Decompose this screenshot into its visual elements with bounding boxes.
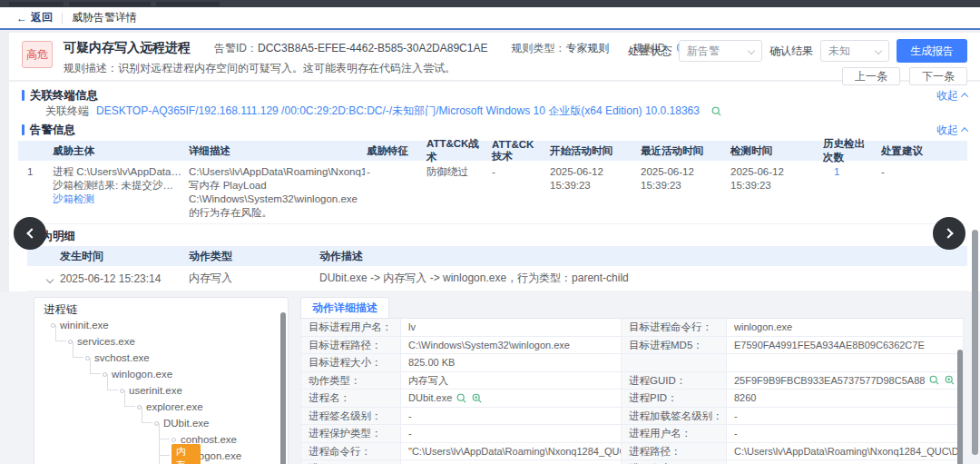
alert-table: 威胁主体详细描述威胁特征ATT&CK战术ATT&CK技术开始活动时间最近活动时间…: [18, 141, 967, 224]
process-node[interactable]: winlogon.exe: [103, 366, 279, 382]
detail-value: lv: [401, 319, 622, 337]
behavior-type-cell: 内存写入: [189, 271, 319, 286]
search-icon[interactable]: [928, 374, 940, 386]
alert-column-header: 威胁主体: [51, 144, 187, 158]
process-node-label: explorer.exe: [146, 401, 203, 412]
prev-alert-button[interactable]: 上一条: [842, 67, 900, 85]
technique-cell: -: [490, 165, 548, 220]
process-node-label: svchost.exe: [94, 352, 150, 363]
process-chain-title: 进程链: [44, 302, 279, 317]
alert-column-header: ATT&CK战术: [425, 137, 490, 164]
detail-value: "C:\Users\lv\AppData\Roaming\Nxonq1284_Q…: [401, 443, 622, 461]
detail-tabs: 动作详细描述: [300, 297, 964, 319]
rule-type: 规则类型：专家规则: [511, 41, 609, 56]
terminal-section-header: 关联终端信息 收起: [9, 87, 980, 104]
last-time-cell: 2025-06-12 15:39:23: [639, 165, 729, 220]
detail-value-text: 8260: [734, 391, 756, 404]
process-chain-panel: 进程链 wininit.exeservices.exesvchost.exewi…: [34, 297, 289, 464]
detail-label: 目标进程命令行：: [622, 319, 727, 337]
chevron-up-icon: [961, 93, 968, 100]
terminal-collapse-link[interactable]: 收起: [936, 88, 967, 104]
detail-label: 动作类型：: [301, 372, 401, 390]
process-panel-scrollbar-thumb[interactable]: [280, 312, 286, 464]
action-detail-panel: 动作详细描述 目标进程用户名：lv目标进程命令行：winlogon.exe目标进…: [300, 297, 964, 464]
next-alert-button[interactable]: 下一条: [909, 67, 967, 85]
sandbox-detect-link[interactable]: 沙箱检测: [53, 193, 94, 204]
process-node[interactable]: svchost.exe: [85, 350, 279, 366]
detail-label: 进程加载签名级别：: [622, 408, 727, 426]
detail-value: 41FA775D9A26D1C8DBDB0DE1C4DC439C: [401, 460, 622, 464]
terminal-label: 关联终端: [45, 104, 89, 119]
process-node[interactable]: explorer.exe: [137, 399, 279, 415]
detail-value-text: "C:\Users\lv\AppData\Roaming\Nxonq1284_Q…: [408, 445, 622, 458]
detail-value: C:\Windows\System32\winlogon.exe: [401, 337, 622, 355]
alert-column-header: 最近活动时间: [639, 144, 729, 158]
dispose-status-select[interactable]: 新告警: [679, 40, 762, 62]
detail-value-text: -: [734, 410, 738, 422]
chevron-down-icon: [875, 47, 882, 54]
back-button[interactable]: ← 返回: [16, 10, 53, 25]
detail-label: 进程签名级别：: [301, 408, 401, 426]
detail-label: 目标进程路径：: [301, 337, 401, 355]
carousel-next-button[interactable]: [933, 217, 965, 250]
row-index: 1: [18, 165, 51, 220]
detail-value-text: lv: [408, 321, 416, 333]
detail-value-text: -: [734, 427, 738, 439]
alert-column-header: 处置建议: [879, 144, 967, 158]
expand-row-icon[interactable]: [46, 275, 54, 282]
detail-value: -: [727, 408, 964, 426]
behavior-table-row[interactable]: 2025-06-12 15:23:14 内存写入 DUbit.exe -> 内存…: [27, 266, 967, 291]
detail-value-text: 825.00 KB: [408, 356, 455, 369]
history-count-link[interactable]: 1: [834, 166, 839, 177]
process-node-label: userinit.exe: [129, 385, 182, 396]
process-node[interactable]: DUbit.exe: [154, 415, 279, 431]
search-icon[interactable]: [710, 105, 722, 117]
generate-report-button[interactable]: 生成报告: [897, 39, 967, 63]
detail-value: -: [727, 425, 964, 443]
detail-label: [622, 354, 727, 372]
detail-value: 49.03 KB: [727, 460, 964, 464]
detail-value: -: [401, 408, 622, 426]
detail-label: 进程PID：: [622, 390, 727, 408]
detail-label: 进程大小：: [622, 460, 727, 464]
process-node[interactable]: services.exe: [68, 333, 279, 350]
action-detail-table: 目标进程用户名：lv目标进程命令行：winlogon.exe目标进程路径：C:\…: [300, 319, 964, 464]
tab-action-detail[interactable]: 动作详细描述: [300, 297, 389, 318]
alert-column-header: 历史检出次数: [821, 137, 879, 164]
detail-label: 目标进程MD5：: [622, 337, 727, 355]
window-chrome-strip: [0, 0, 980, 7]
alert-summary-card: 高危 可疑内存写入远程进程 告警ID：DCC3B8A5-EFEE-4462-B5…: [9, 33, 980, 80]
alert-collapse-link[interactable]: 收起: [936, 123, 967, 138]
detail-value: E7590FA4991FE5A934AE8B09C6362C7E: [727, 337, 964, 355]
feature-cell: -: [365, 165, 425, 220]
detail-value-text: winlogon.exe: [734, 321, 792, 333]
detect-time-cell: 2025-06-12 15:39:23: [729, 165, 821, 220]
process-node[interactable]: wininit.exe: [51, 317, 279, 333]
process-node-label: wininit.exe: [60, 320, 109, 331]
section-accent-bar: [22, 124, 24, 135]
zoom-in-icon[interactable]: [944, 374, 956, 386]
detail-label: 进程GUID：: [622, 372, 727, 390]
detail-label: 目标进程用户名：: [301, 319, 401, 337]
carousel-prev-button[interactable]: [14, 217, 46, 250]
detail-table-scrollbar-thumb[interactable]: [957, 350, 963, 464]
alert-table-row[interactable]: 1 进程 C:\Users\lv\AppData\Roami... 沙箱检测结果…: [18, 161, 967, 224]
confirm-result-select[interactable]: 未知: [820, 40, 889, 62]
page-scrollbar-thumb[interactable]: [972, 230, 978, 455]
alert-column-header: ATT&CK技术: [490, 139, 548, 163]
process-node[interactable]: userinit.exe: [120, 382, 279, 399]
alert-table-header: 威胁主体详细描述威胁特征ATT&CK战术ATT&CK技术开始活动时间最近活动时间…: [18, 141, 967, 161]
detail-value-text: DUbit.exe: [408, 391, 452, 404]
alert-title: 可疑内存写入远程进程: [64, 40, 191, 56]
detail-value: 内存写入: [401, 372, 622, 390]
detail-value-text: 25F9F9B9FBCB933EA5737577D98C5A88: [734, 374, 925, 387]
zoom-in-icon[interactable]: [471, 392, 483, 404]
description-cell: C:\Users\lv\AppData\Roaming\Nxonq1284_QU…: [187, 165, 365, 220]
detail-value: winlogon.exe: [727, 319, 964, 337]
page-header: ← 返回 威胁告警详情: [0, 7, 980, 30]
terminal-section-title: 关联终端信息: [30, 88, 98, 104]
terminal-link[interactable]: DESKTOP-AQ365IF/192.168.111.129 /00:0C:2…: [96, 104, 700, 119]
alert-section-header: 告警信息 收起: [9, 122, 980, 138]
search-icon[interactable]: [456, 392, 467, 404]
severity-badge: 高危: [22, 41, 53, 68]
